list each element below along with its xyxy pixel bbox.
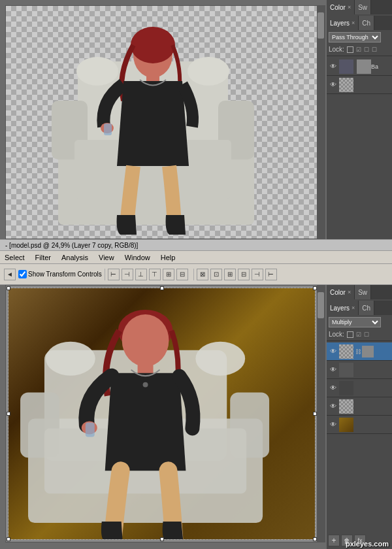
canvas-bottom-scrollbar[interactable] (317, 286, 325, 542)
layer-thumb-b2 (339, 363, 353, 377)
tab-ch-bottom[interactable]: Ch (359, 301, 374, 315)
dist-4-btn[interactable]: ⊟ (238, 269, 250, 280)
color-tab-row-bottom: Color × Sw (327, 285, 392, 299)
toolbar: ◄ Show Transform Controls ⊢ ⊣ ⊥ ⊤ ⊞ ⊟ ⊠ … (0, 264, 392, 285)
blend-mode-select-top[interactable]: Pass Through Normal Multiply (329, 32, 381, 42)
dist-1-btn[interactable]: ⊠ (197, 269, 208, 280)
handle-tl[interactable] (7, 286, 10, 290)
transform-controls-checkbox[interactable] (18, 270, 27, 278)
align-left-btn[interactable]: ⊢ (108, 269, 120, 280)
layer-item-bottom-4[interactable]: 👁 (327, 397, 392, 416)
layer-thumb-top-1 (339, 59, 353, 74)
menu-select[interactable]: Select (3, 253, 27, 262)
canvas-top-scrollbar[interactable] (317, 6, 325, 239)
svg-point-8 (131, 27, 175, 63)
align-top-btn[interactable]: ⊤ (149, 269, 161, 280)
layer-item-bottom-2[interactable]: 👁 (327, 361, 392, 379)
layers-tab-row-top: Layers × Ch (327, 16, 392, 30)
layer-item-bottom-3[interactable]: 👁 (327, 379, 392, 397)
blend-section-bottom: Multiply Normal Pass Through (327, 315, 392, 329)
toolbar-arrow-btn[interactable]: ◄ (4, 269, 16, 280)
layer-item-bottom-1[interactable]: 👁 ⛓ (327, 342, 392, 361)
svg-point-5 (76, 57, 118, 86)
lock-check-b2[interactable]: ☐ (364, 331, 369, 338)
lock-check-b1[interactable]: ☑ (356, 331, 361, 338)
panel-right-bottom: Color × Sw Layers × Ch Multiply Normal P… (327, 285, 392, 549)
dist-6-btn[interactable]: ⊢ (265, 269, 277, 280)
close-layers-tab-bottom[interactable]: × (351, 305, 355, 311)
bottom-workspace: Color × Sw Layers × Ch Multiply Normal P… (0, 285, 392, 549)
menu-help[interactable]: Help (159, 253, 178, 262)
svg-point-20 (122, 314, 169, 367)
svg-point-18 (195, 342, 245, 376)
tab-color-bottom[interactable]: Color × (327, 285, 355, 299)
align-group-2: ⊠ ⊡ ⊞ ⊟ ⊣ ⊢ (193, 269, 280, 280)
tab-layers-top[interactable]: Layers × (327, 16, 359, 30)
menu-filter[interactable]: Filter (33, 253, 53, 262)
scrollbar-thumb-top[interactable] (318, 12, 324, 39)
transform-controls-label[interactable]: Show Transform Controls (18, 270, 102, 278)
menu-view[interactable]: View (97, 253, 116, 262)
panel-right-top: Color × Sw Layers × Ch Pass Through Norm… (327, 0, 392, 255)
layer-item-top-2[interactable]: 👁 (327, 76, 392, 94)
lock-icon-top[interactable] (347, 46, 353, 53)
lock-check-1[interactable]: ☑ (356, 46, 361, 53)
menu-window[interactable]: Window (123, 253, 152, 262)
scrollbar-thumb-bottom[interactable] (318, 292, 324, 318)
layer-eye-top-1[interactable]: 👁 (329, 62, 338, 71)
layer-eye-b4[interactable]: 👁 (329, 402, 338, 411)
tab-color-top[interactable]: Color × (327, 0, 355, 14)
layer-eye-b2[interactable]: 👁 (329, 365, 338, 374)
divider-top (327, 56, 392, 56)
tab-layers-bottom[interactable]: Layers × (327, 301, 359, 315)
tab-sw-top[interactable]: Sw (355, 0, 371, 14)
layer-eye-b3[interactable]: 👁 (329, 384, 338, 393)
align-right-btn[interactable]: ⊥ (135, 269, 147, 280)
transform-box (8, 288, 316, 540)
layer-eye-b5[interactable]: 👁 (329, 420, 338, 429)
blend-mode-select-bottom[interactable]: Multiply Normal Pass Through (329, 317, 381, 327)
canvas-bottom[interactable] (5, 285, 325, 542)
svg-point-24 (143, 382, 148, 388)
handle-tm[interactable] (160, 286, 164, 290)
svg-point-17 (46, 342, 95, 376)
layer-thumb-b1 (339, 344, 353, 359)
lock-check-3[interactable]: ☐ (372, 46, 377, 53)
dist-5-btn[interactable]: ⊣ (252, 269, 263, 280)
close-layers-tab-top[interactable]: × (351, 20, 355, 26)
top-workspace: Color × Sw Layers × Ch Pass Through Norm… (0, 0, 392, 255)
status-text: - [model.psd @ 24,9% (Layer 7 copy, RGB/… (5, 242, 138, 249)
layer-mask-b1 (362, 346, 374, 358)
bottom-canvas-svg (8, 288, 315, 539)
layer-item-bottom-5[interactable]: 👁 (327, 416, 392, 434)
tab-sw-bottom[interactable]: Sw (355, 285, 371, 299)
lock-check-2[interactable]: ☐ (364, 46, 369, 53)
align-center-v-btn[interactable]: ⊣ (122, 269, 133, 280)
layer-thumb-top-2 (339, 78, 353, 92)
menu-bar: Select Filter Analysis View Window Help (0, 251, 392, 264)
menu-analysis[interactable]: Analysis (59, 253, 90, 262)
lock-icon-bottom[interactable] (347, 331, 353, 338)
add-layer-btn-bottom[interactable]: + (328, 535, 340, 546)
layers-tab-row-bottom: Layers × Ch (327, 301, 392, 315)
align-mid-btn[interactable]: ⊞ (163, 269, 174, 280)
svg-rect-11 (104, 124, 112, 135)
close-color-tab[interactable]: × (348, 4, 351, 10)
layer-thumb-b3 (339, 381, 353, 395)
status-bar: - [model.psd @ 24,9% (Layer 7 copy, RGB/… (0, 239, 392, 251)
layer-eye-top-2[interactable]: 👁 (329, 80, 338, 90)
dist-3-btn[interactable]: ⊞ (224, 269, 236, 280)
handle-bm[interactable] (160, 537, 164, 541)
handle-bl[interactable] (7, 537, 10, 541)
handle-ml[interactable] (7, 412, 10, 416)
canvas-image-top (39, 9, 287, 238)
layer-mask-top-1 (357, 59, 371, 74)
layer-eye-b1[interactable]: 👁 (329, 347, 338, 356)
layer-item-top-1[interactable]: 👁 Ba (327, 58, 392, 76)
align-bottom-btn[interactable]: ⊟ (176, 269, 188, 280)
align-group-1: ⊢ ⊣ ⊥ ⊤ ⊞ ⊟ (105, 269, 191, 280)
dist-2-btn[interactable]: ⊡ (210, 269, 222, 280)
close-color-tab-bottom[interactable]: × (348, 289, 351, 295)
tab-ch-top[interactable]: Ch (359, 16, 374, 30)
canvas-top[interactable] (5, 5, 325, 239)
